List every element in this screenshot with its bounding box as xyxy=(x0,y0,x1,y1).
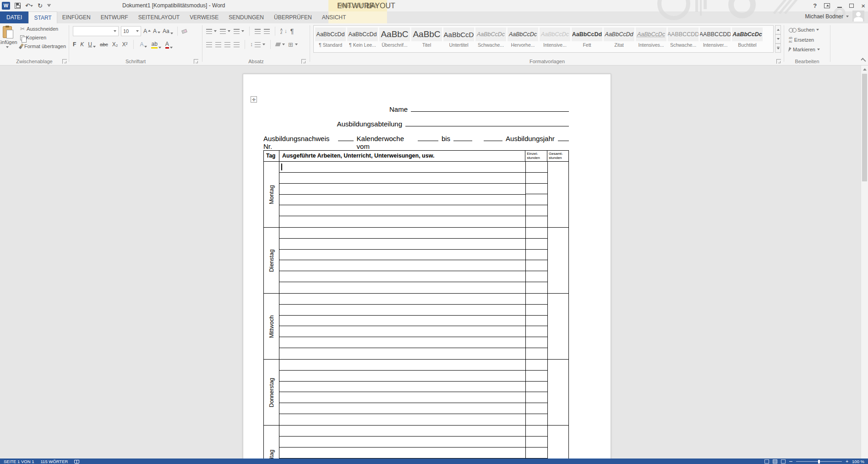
single-hours-cell[interactable] xyxy=(526,426,547,437)
style-card-schwache-hervorhebung[interactable]: AaBbCcDcSchwache... xyxy=(475,27,506,48)
single-hours-cell[interactable] xyxy=(526,194,547,205)
work-entry-cell[interactable] xyxy=(279,184,525,195)
single-hours-cell[interactable] xyxy=(526,271,547,282)
clear-formatting-icon[interactable] xyxy=(181,29,187,33)
single-hours-cell[interactable] xyxy=(526,216,547,227)
strikethrough-button[interactable]: abc xyxy=(100,42,108,47)
single-hours-cell[interactable] xyxy=(526,173,547,184)
single-hours-cell[interactable] xyxy=(526,337,547,348)
day-label-cell[interactable]: Montag xyxy=(264,162,279,227)
total-hours-cell[interactable] xyxy=(548,426,568,459)
redo-icon[interactable]: ↻ xyxy=(38,3,43,9)
customize-qat-button[interactable] xyxy=(47,4,51,7)
paste-button[interactable]: Einfügen xyxy=(0,25,18,55)
work-entry-cell[interactable] xyxy=(279,326,525,337)
work-entry-cell[interactable] xyxy=(279,305,525,316)
justify-button[interactable] xyxy=(234,42,240,47)
single-hours-cell[interactable] xyxy=(526,294,547,305)
word-app-icon[interactable]: W xyxy=(2,2,10,10)
single-hours-cell[interactable] xyxy=(526,414,547,425)
italic-button[interactable]: K xyxy=(80,41,84,48)
format-painter-button[interactable]: Format übertragen xyxy=(20,44,66,49)
until-field[interactable] xyxy=(453,134,472,141)
highlight-button[interactable]: ab xyxy=(151,41,161,49)
work-entry-cell[interactable] xyxy=(279,216,525,227)
work-entry-cell[interactable] xyxy=(279,426,525,437)
total-hours-cell[interactable] xyxy=(548,162,568,227)
styles-scroll-up[interactable] xyxy=(775,25,781,34)
shading-button[interactable] xyxy=(276,43,285,46)
zoom-level[interactable]: 100 % xyxy=(852,459,864,464)
total-hours-cell[interactable] xyxy=(548,294,568,359)
align-center-button[interactable] xyxy=(215,42,221,47)
record-no-field[interactable] xyxy=(338,134,354,141)
work-entry-cell[interactable] xyxy=(279,173,525,184)
work-entry-cell[interactable] xyxy=(279,195,525,206)
word-count[interactable]: 115 WÖRTER xyxy=(41,459,68,464)
tab-seitenlayout[interactable]: SEITENLAYOUT xyxy=(133,11,185,23)
select-button[interactable]: Markieren xyxy=(789,47,820,52)
work-entry-cell[interactable] xyxy=(279,348,525,359)
day-label-cell[interactable]: Dienstag xyxy=(264,228,279,293)
tab-einfuegen[interactable]: EINFÜGEN xyxy=(57,11,96,23)
copy-button[interactable]: Kopieren xyxy=(20,35,66,40)
style-card-untertitel[interactable]: AaBbCcDUntertitel xyxy=(443,27,474,48)
style-card-ueberschrift[interactable]: AaBbCÜberschrif... xyxy=(379,27,410,48)
work-entry-cell[interactable] xyxy=(279,228,525,239)
zoom-in-button[interactable]: + xyxy=(846,459,848,464)
work-entry-cell[interactable] xyxy=(279,205,525,216)
help-button[interactable]: ? xyxy=(813,2,817,9)
single-hours-cell[interactable] xyxy=(526,239,547,250)
style-card-schwacher-verweis[interactable]: AABBCCDDSchwache... xyxy=(668,27,699,48)
vertical-scrollbar[interactable] xyxy=(861,66,868,459)
single-hours-cell[interactable] xyxy=(526,184,547,195)
ribbon-display-options-button[interactable] xyxy=(824,3,830,8)
numbering-button[interactable] xyxy=(220,29,230,34)
style-card-fett[interactable]: AaBbCcDdFett xyxy=(572,27,602,48)
style-card-zitat[interactable]: AaBbCcDdZitat xyxy=(604,27,634,48)
read-mode-icon[interactable] xyxy=(764,459,769,464)
single-hours-cell[interactable] xyxy=(526,392,547,403)
style-card-kein-leerraum[interactable]: AaBbCcDd¶ Kein Lee... xyxy=(347,27,378,48)
style-card-buchtitel[interactable]: AaBbCcDcBuchtitel xyxy=(732,27,763,48)
day-label-cell[interactable]: Donnerstag xyxy=(264,360,279,425)
undo-button[interactable]: ↶ xyxy=(25,1,33,10)
styles-more-button[interactable] xyxy=(775,44,781,53)
work-entry-cell[interactable] xyxy=(279,382,525,393)
work-entry-cell[interactable] xyxy=(279,448,525,459)
styles-scroll-down[interactable] xyxy=(775,34,781,44)
work-entry-cell[interactable] xyxy=(279,437,525,448)
cut-button[interactable]: ✂Ausschneiden xyxy=(20,26,66,32)
find-button[interactable]: Suchen xyxy=(789,27,820,33)
zoom-slider-thumb[interactable] xyxy=(818,460,820,464)
work-entry-cell[interactable] xyxy=(279,271,525,282)
work-entry-cell[interactable] xyxy=(279,337,525,348)
style-card-hervorhebung[interactable]: AaBbCcDcHervorhe... xyxy=(508,27,538,48)
tab-sendungen[interactable]: SENDUNGEN xyxy=(224,11,269,23)
bold-button[interactable]: F xyxy=(73,41,76,48)
restore-button[interactable] xyxy=(849,4,854,8)
style-card-intensiver-verweis[interactable]: AABBCCDDIntensiver... xyxy=(700,27,731,48)
single-hours-cell[interactable] xyxy=(526,448,547,459)
style-card-intensive-hervorhebung[interactable]: AaBbCcDcIntensive... xyxy=(540,27,570,48)
work-entry-cell[interactable] xyxy=(279,360,525,371)
print-layout-icon[interactable] xyxy=(773,459,777,464)
name-field[interactable] xyxy=(411,104,569,112)
document-page[interactable]: ✛ Name Ausbildungsabteilung Ausbildungsn… xyxy=(243,74,611,459)
work-entry-cell[interactable] xyxy=(279,371,525,382)
single-hours-cell[interactable] xyxy=(526,282,547,293)
total-hours-cell[interactable] xyxy=(548,360,568,425)
single-hours-cell[interactable] xyxy=(526,316,547,327)
style-card-titel[interactable]: AaBbCTitel xyxy=(411,27,442,48)
total-hours-cell[interactable] xyxy=(548,228,568,293)
increase-indent-button[interactable] xyxy=(264,29,270,34)
single-hours-cell[interactable] xyxy=(526,162,547,173)
borders-button[interactable]: ⊞ xyxy=(288,42,298,48)
shrink-font-button[interactable]: A xyxy=(153,28,160,34)
tab-datei[interactable]: DATEI xyxy=(0,11,28,23)
week-from-field[interactable] xyxy=(418,134,438,141)
grow-font-button[interactable]: A xyxy=(143,28,151,34)
minimize-button[interactable] xyxy=(837,7,842,8)
single-hours-cell[interactable] xyxy=(526,205,547,216)
department-field[interactable] xyxy=(405,119,569,126)
